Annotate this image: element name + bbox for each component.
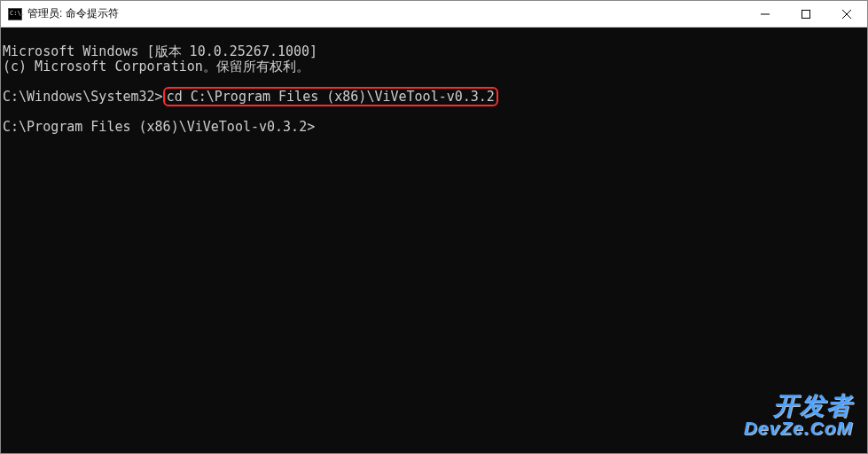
close-button[interactable] (826, 1, 867, 27)
prompt-prefix: C:\Windows\System32> (3, 89, 163, 105)
maximize-button[interactable] (786, 1, 826, 27)
maximize-icon (802, 10, 810, 19)
version-line: Microsoft Windows [版本 10.0.25267.1000] (3, 43, 317, 59)
titlebar[interactable]: C:\. 管理员: 命令提示符 (1, 1, 867, 27)
cmd-icon: C:\. (8, 8, 22, 20)
window-title: 管理员: 命令提示符 (27, 6, 119, 21)
minimize-button[interactable] (745, 1, 786, 27)
command-prompt-window: C:\. 管理员: 命令提示符 Microsoft Windows [版本 10… (0, 0, 868, 454)
svg-rect-1 (802, 10, 810, 18)
titlebar-left: C:\. 管理员: 命令提示符 (1, 6, 119, 21)
prompt-line-1: C:\Windows\System32>cd C:\Program Files … (3, 87, 498, 106)
cmd-icon-text: C:\. (10, 11, 25, 17)
highlighted-command: cd C:\Program Files (x86)\ViVeTool-v0.3.… (163, 87, 498, 106)
close-icon (842, 10, 851, 19)
terminal-output[interactable]: Microsoft Windows [版本 10.0.25267.1000] (… (1, 27, 867, 453)
copyright-line: (c) Microsoft Corporation。保留所有权利。 (3, 59, 309, 74)
window-controls (745, 1, 867, 27)
prompt-line-2: C:\Program Files (x86)\ViVeTool-v0.3.2> (3, 119, 315, 135)
minimize-icon (761, 10, 770, 19)
